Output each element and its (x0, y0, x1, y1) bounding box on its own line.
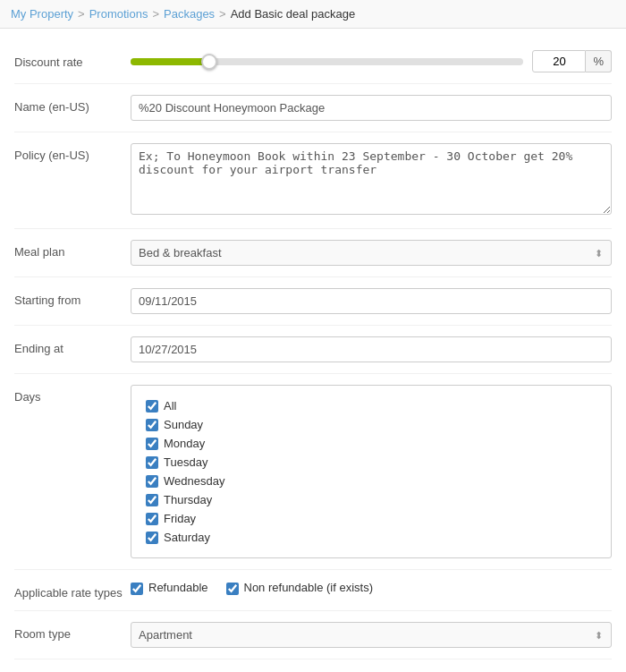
slider-value-group: % (532, 50, 612, 72)
day-tuesday-row: Tuesday (146, 453, 596, 472)
ending-at-field (131, 336, 612, 362)
refundable-item: Refundable (131, 581, 208, 595)
applicable-rate-types-field: Refundable Non refundable (if exists) (131, 581, 612, 595)
breadcrumb-sep-3: > (219, 7, 226, 21)
breadcrumb-my-property[interactable]: My Property (11, 7, 73, 21)
meal-plan-row: Meal plan Bed & breakfast Room only Half… (14, 229, 612, 277)
breadcrumb: My Property > Promotions > Packages > Ad… (0, 0, 626, 29)
day-monday-label[interactable]: Monday (164, 437, 205, 450)
breadcrumb-promotions[interactable]: Promotions (89, 7, 148, 21)
applicable-rate-types-label: Applicable rate types (14, 581, 131, 600)
days-row: Days All Sunday Monday Tuesday (14, 374, 612, 570)
room-type-row: Room type Apartment Suite Deluxe Room St… (14, 611, 612, 659)
day-thursday-checkbox[interactable] (146, 494, 158, 506)
day-friday-label[interactable]: Friday (164, 512, 196, 525)
starting-from-label: Starting from (14, 288, 131, 307)
days-label: Days (14, 385, 131, 404)
non-refundable-item: Non refundable (if exists) (226, 581, 374, 595)
non-refundable-label[interactable]: Non refundable (if exists) (244, 581, 374, 594)
ending-at-label: Ending at (14, 336, 131, 355)
policy-row: Policy (en-US) (14, 132, 612, 229)
day-sunday-label[interactable]: Sunday (164, 418, 203, 431)
name-row: Name (en-US) (14, 84, 612, 132)
slider-container: % (131, 50, 612, 72)
discount-rate-unit: % (586, 50, 612, 72)
day-saturday-row: Saturday (146, 528, 596, 547)
ending-at-input[interactable] (131, 336, 612, 362)
day-sunday-checkbox[interactable] (146, 419, 158, 431)
days-box: All Sunday Monday Tuesday Wednesday (131, 385, 612, 558)
breadcrumb-sep-1: > (78, 7, 85, 21)
ending-at-row: Ending at (14, 326, 612, 374)
refundable-checkbox[interactable] (131, 583, 143, 595)
name-field (131, 95, 612, 121)
refundable-label[interactable]: Refundable (148, 581, 208, 594)
non-refundable-checkbox[interactable] (226, 583, 239, 595)
day-thursday-label[interactable]: Thursday (164, 493, 212, 506)
meal-plan-label: Meal plan (14, 240, 131, 259)
discount-rate-label: Discount rate (14, 50, 131, 69)
room-type-field: Apartment Suite Deluxe Room Standard Roo… (131, 622, 612, 648)
breadcrumb-packages[interactable]: Packages (164, 7, 215, 21)
room-type-select[interactable]: Apartment Suite Deluxe Room Standard Roo… (131, 622, 612, 648)
breadcrumb-sep-2: > (152, 7, 159, 21)
day-wednesday-label[interactable]: Wednesday (164, 474, 224, 488)
policy-label: Policy (en-US) (14, 143, 131, 162)
meal-plan-select-wrapper: Bed & breakfast Room only Half board Ful… (131, 240, 612, 266)
name-label: Name (en-US) (14, 95, 131, 114)
room-type-select-wrapper: Apartment Suite Deluxe Room Standard Roo… (131, 622, 612, 648)
starting-from-row: Starting from (14, 277, 612, 326)
days-field: All Sunday Monday Tuesday Wednesday (131, 385, 612, 558)
meal-plan-field: Bed & breakfast Room only Half board Ful… (131, 240, 612, 266)
name-input[interactable] (131, 95, 612, 121)
policy-field (131, 143, 612, 217)
rate-types-container: Refundable Non refundable (if exists) (131, 581, 612, 595)
day-friday-row: Friday (146, 509, 596, 528)
starting-from-input[interactable] (131, 288, 612, 314)
slider-fill (131, 58, 209, 65)
discount-rate-field: % (131, 50, 612, 72)
day-all-label[interactable]: All (164, 399, 176, 413)
day-monday-checkbox[interactable] (146, 438, 158, 450)
day-all-checkbox[interactable] (146, 400, 158, 413)
day-thursday-row: Thursday (146, 490, 596, 509)
slider-thumb[interactable] (201, 54, 217, 70)
policy-textarea[interactable] (131, 143, 612, 215)
day-all-row: All (146, 396, 596, 415)
breadcrumb-current: Add Basic deal package (231, 7, 355, 21)
room-type-label: Room type (14, 622, 131, 641)
day-saturday-checkbox[interactable] (146, 532, 158, 544)
slider-track[interactable] (131, 58, 523, 65)
day-tuesday-checkbox[interactable] (146, 456, 158, 469)
day-sunday-row: Sunday (146, 415, 596, 434)
day-wednesday-checkbox[interactable] (146, 475, 158, 488)
day-saturday-label[interactable]: Saturday (164, 531, 210, 544)
form-container: Discount rate % Name (en-US) Policy (en-… (0, 29, 626, 670)
day-friday-checkbox[interactable] (146, 513, 158, 525)
day-tuesday-label[interactable]: Tuesday (164, 455, 207, 469)
applicable-rate-types-row: Applicable rate types Refundable Non ref… (14, 570, 612, 611)
day-monday-row: Monday (146, 434, 596, 453)
discount-rate-input[interactable] (532, 50, 586, 72)
starting-from-field (131, 288, 612, 314)
day-wednesday-row: Wednesday (146, 472, 596, 490)
meal-plan-select[interactable]: Bed & breakfast Room only Half board Ful… (131, 240, 612, 266)
discount-rate-row: Discount rate % (14, 39, 612, 84)
